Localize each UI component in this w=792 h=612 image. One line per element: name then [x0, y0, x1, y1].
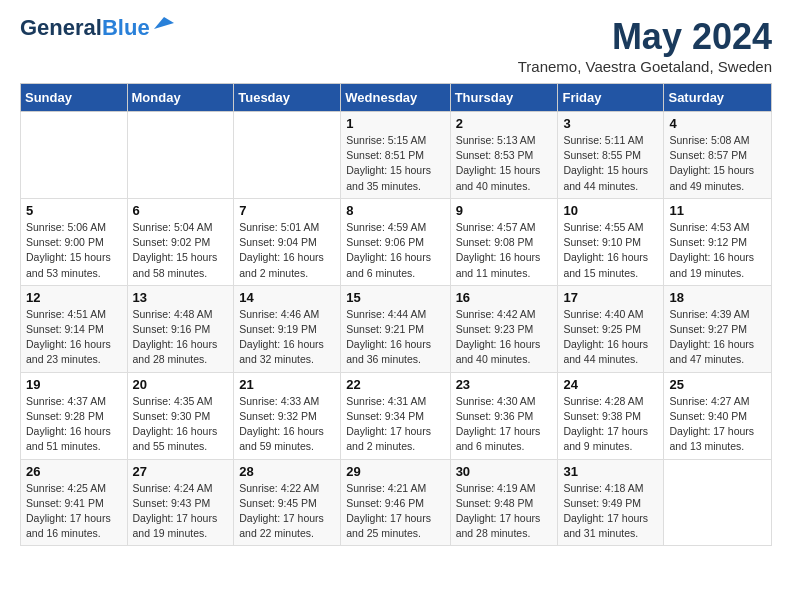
- week-row-4: 19Sunrise: 4:37 AMSunset: 9:28 PMDayligh…: [21, 372, 772, 459]
- calendar-cell: [664, 459, 772, 546]
- day-number: 29: [346, 464, 444, 479]
- calendar-cell: 20Sunrise: 4:35 AMSunset: 9:30 PMDayligh…: [127, 372, 234, 459]
- day-number: 10: [563, 203, 658, 218]
- calendar-cell: 4Sunrise: 5:08 AMSunset: 8:57 PMDaylight…: [664, 112, 772, 199]
- day-info: Sunrise: 4:53 AMSunset: 9:12 PMDaylight:…: [669, 220, 766, 281]
- calendar-cell: 27Sunrise: 4:24 AMSunset: 9:43 PMDayligh…: [127, 459, 234, 546]
- day-info: Sunrise: 4:28 AMSunset: 9:38 PMDaylight:…: [563, 394, 658, 455]
- week-row-5: 26Sunrise: 4:25 AMSunset: 9:41 PMDayligh…: [21, 459, 772, 546]
- day-number: 2: [456, 116, 553, 131]
- weekday-header-friday: Friday: [558, 84, 664, 112]
- calendar-cell: 15Sunrise: 4:44 AMSunset: 9:21 PMDayligh…: [341, 285, 450, 372]
- day-info: Sunrise: 5:15 AMSunset: 8:51 PMDaylight:…: [346, 133, 444, 194]
- day-info: Sunrise: 4:33 AMSunset: 9:32 PMDaylight:…: [239, 394, 335, 455]
- calendar-cell: 13Sunrise: 4:48 AMSunset: 9:16 PMDayligh…: [127, 285, 234, 372]
- logo-general: General: [20, 15, 102, 40]
- calendar-cell: 3Sunrise: 5:11 AMSunset: 8:55 PMDaylight…: [558, 112, 664, 199]
- calendar-cell: [127, 112, 234, 199]
- day-info: Sunrise: 5:11 AMSunset: 8:55 PMDaylight:…: [563, 133, 658, 194]
- day-number: 22: [346, 377, 444, 392]
- day-info: Sunrise: 4:24 AMSunset: 9:43 PMDaylight:…: [133, 481, 229, 542]
- day-info: Sunrise: 5:04 AMSunset: 9:02 PMDaylight:…: [133, 220, 229, 281]
- day-number: 5: [26, 203, 122, 218]
- day-number: 8: [346, 203, 444, 218]
- calendar-cell: 19Sunrise: 4:37 AMSunset: 9:28 PMDayligh…: [21, 372, 128, 459]
- calendar-cell: 31Sunrise: 4:18 AMSunset: 9:49 PMDayligh…: [558, 459, 664, 546]
- day-info: Sunrise: 4:18 AMSunset: 9:49 PMDaylight:…: [563, 481, 658, 542]
- day-number: 26: [26, 464, 122, 479]
- calendar-cell: 30Sunrise: 4:19 AMSunset: 9:48 PMDayligh…: [450, 459, 558, 546]
- calendar-cell: 10Sunrise: 4:55 AMSunset: 9:10 PMDayligh…: [558, 198, 664, 285]
- logo: GeneralBlue: [20, 16, 174, 40]
- calendar-cell: 11Sunrise: 4:53 AMSunset: 9:12 PMDayligh…: [664, 198, 772, 285]
- svg-marker-0: [154, 17, 174, 29]
- day-number: 7: [239, 203, 335, 218]
- day-number: 4: [669, 116, 766, 131]
- page: GeneralBlue May 2024 Tranemo, Vaestra Go…: [0, 0, 792, 562]
- day-info: Sunrise: 4:19 AMSunset: 9:48 PMDaylight:…: [456, 481, 553, 542]
- day-number: 17: [563, 290, 658, 305]
- calendar-cell: 2Sunrise: 5:13 AMSunset: 8:53 PMDaylight…: [450, 112, 558, 199]
- calendar-cell: 7Sunrise: 5:01 AMSunset: 9:04 PMDaylight…: [234, 198, 341, 285]
- title-area: May 2024 Tranemo, Vaestra Goetaland, Swe…: [518, 16, 772, 75]
- calendar-cell: 18Sunrise: 4:39 AMSunset: 9:27 PMDayligh…: [664, 285, 772, 372]
- day-number: 21: [239, 377, 335, 392]
- calendar-cell: 22Sunrise: 4:31 AMSunset: 9:34 PMDayligh…: [341, 372, 450, 459]
- weekday-header-tuesday: Tuesday: [234, 84, 341, 112]
- calendar-cell: 8Sunrise: 4:59 AMSunset: 9:06 PMDaylight…: [341, 198, 450, 285]
- day-number: 1: [346, 116, 444, 131]
- day-info: Sunrise: 4:48 AMSunset: 9:16 PMDaylight:…: [133, 307, 229, 368]
- calendar-cell: 29Sunrise: 4:21 AMSunset: 9:46 PMDayligh…: [341, 459, 450, 546]
- subtitle: Tranemo, Vaestra Goetaland, Sweden: [518, 58, 772, 75]
- calendar-cell: 24Sunrise: 4:28 AMSunset: 9:38 PMDayligh…: [558, 372, 664, 459]
- day-number: 14: [239, 290, 335, 305]
- day-info: Sunrise: 4:30 AMSunset: 9:36 PMDaylight:…: [456, 394, 553, 455]
- day-number: 15: [346, 290, 444, 305]
- calendar-cell: 9Sunrise: 4:57 AMSunset: 9:08 PMDaylight…: [450, 198, 558, 285]
- day-info: Sunrise: 5:01 AMSunset: 9:04 PMDaylight:…: [239, 220, 335, 281]
- day-number: 20: [133, 377, 229, 392]
- day-number: 30: [456, 464, 553, 479]
- calendar-cell: 28Sunrise: 4:22 AMSunset: 9:45 PMDayligh…: [234, 459, 341, 546]
- header: GeneralBlue May 2024 Tranemo, Vaestra Go…: [20, 16, 772, 75]
- day-number: 3: [563, 116, 658, 131]
- day-info: Sunrise: 4:35 AMSunset: 9:30 PMDaylight:…: [133, 394, 229, 455]
- calendar-cell: [234, 112, 341, 199]
- day-info: Sunrise: 4:40 AMSunset: 9:25 PMDaylight:…: [563, 307, 658, 368]
- day-info: Sunrise: 4:46 AMSunset: 9:19 PMDaylight:…: [239, 307, 335, 368]
- weekday-header-monday: Monday: [127, 84, 234, 112]
- day-info: Sunrise: 4:25 AMSunset: 9:41 PMDaylight:…: [26, 481, 122, 542]
- weekday-header-saturday: Saturday: [664, 84, 772, 112]
- month-title: May 2024: [518, 16, 772, 58]
- day-info: Sunrise: 4:31 AMSunset: 9:34 PMDaylight:…: [346, 394, 444, 455]
- day-number: 28: [239, 464, 335, 479]
- weekday-header-sunday: Sunday: [21, 84, 128, 112]
- day-number: 16: [456, 290, 553, 305]
- logo-blue: Blue: [102, 15, 150, 40]
- day-info: Sunrise: 4:21 AMSunset: 9:46 PMDaylight:…: [346, 481, 444, 542]
- calendar-cell: 5Sunrise: 5:06 AMSunset: 9:00 PMDaylight…: [21, 198, 128, 285]
- calendar-cell: 14Sunrise: 4:46 AMSunset: 9:19 PMDayligh…: [234, 285, 341, 372]
- day-number: 27: [133, 464, 229, 479]
- calendar-cell: 26Sunrise: 4:25 AMSunset: 9:41 PMDayligh…: [21, 459, 128, 546]
- day-info: Sunrise: 5:08 AMSunset: 8:57 PMDaylight:…: [669, 133, 766, 194]
- day-number: 25: [669, 377, 766, 392]
- logo-arrow-icon: [152, 15, 174, 33]
- day-number: 6: [133, 203, 229, 218]
- calendar-cell: 6Sunrise: 5:04 AMSunset: 9:02 PMDaylight…: [127, 198, 234, 285]
- weekday-header-thursday: Thursday: [450, 84, 558, 112]
- day-number: 13: [133, 290, 229, 305]
- week-row-2: 5Sunrise: 5:06 AMSunset: 9:00 PMDaylight…: [21, 198, 772, 285]
- day-info: Sunrise: 4:27 AMSunset: 9:40 PMDaylight:…: [669, 394, 766, 455]
- weekday-header-row: SundayMondayTuesdayWednesdayThursdayFrid…: [21, 84, 772, 112]
- calendar-cell: 21Sunrise: 4:33 AMSunset: 9:32 PMDayligh…: [234, 372, 341, 459]
- day-info: Sunrise: 5:06 AMSunset: 9:00 PMDaylight:…: [26, 220, 122, 281]
- calendar-cell: 1Sunrise: 5:15 AMSunset: 8:51 PMDaylight…: [341, 112, 450, 199]
- calendar-table: SundayMondayTuesdayWednesdayThursdayFrid…: [20, 83, 772, 546]
- calendar-cell: 23Sunrise: 4:30 AMSunset: 9:36 PMDayligh…: [450, 372, 558, 459]
- day-number: 12: [26, 290, 122, 305]
- week-row-1: 1Sunrise: 5:15 AMSunset: 8:51 PMDaylight…: [21, 112, 772, 199]
- day-number: 11: [669, 203, 766, 218]
- weekday-header-wednesday: Wednesday: [341, 84, 450, 112]
- day-info: Sunrise: 4:51 AMSunset: 9:14 PMDaylight:…: [26, 307, 122, 368]
